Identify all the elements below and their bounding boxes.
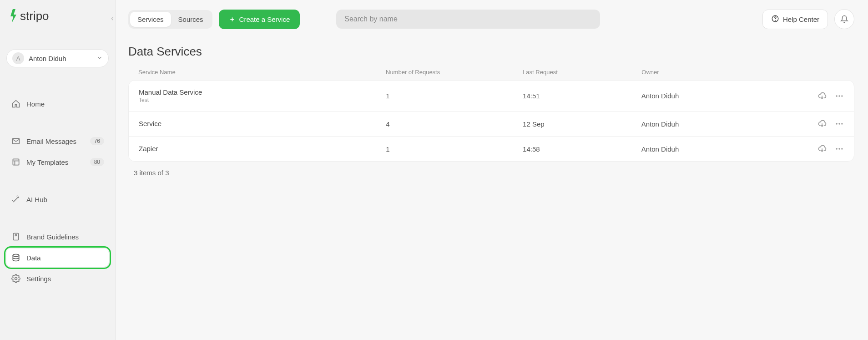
svg-point-9 bbox=[775, 20, 776, 20]
service-name-cell: Manual Data Service Test bbox=[139, 88, 358, 103]
count-badge: 80 bbox=[90, 158, 104, 166]
svg-point-13 bbox=[836, 123, 838, 124]
plus-icon: ＋ bbox=[229, 15, 236, 24]
svg-point-6 bbox=[13, 254, 19, 257]
tab-services[interactable]: Services bbox=[130, 12, 171, 27]
col-header-name: Service Name bbox=[138, 69, 358, 76]
col-header-last: Last Request bbox=[500, 69, 641, 76]
row-actions bbox=[798, 144, 844, 153]
workspace-name: Anton Diduh bbox=[29, 55, 96, 62]
brand-text: stripo bbox=[20, 9, 49, 23]
table-body: Manual Data Service Test 1 14:51 Anton D… bbox=[128, 80, 854, 162]
svg-point-14 bbox=[838, 123, 840, 124]
app-root: stripo A Anton Diduh Home Email Messages… bbox=[0, 0, 868, 340]
table-row[interactable]: Zapier 1 14:58 Anton Diduh bbox=[129, 137, 854, 161]
sidebar-item-label: Settings bbox=[26, 275, 51, 283]
table-header-row: Service Name Number of Requests Last Req… bbox=[128, 64, 854, 80]
service-subtitle: Test bbox=[139, 97, 358, 103]
owner-cell: Anton Diduh bbox=[641, 92, 798, 100]
gear-icon bbox=[11, 274, 21, 283]
stripo-logo-icon: stripo bbox=[9, 8, 64, 24]
mail-icon bbox=[11, 137, 21, 146]
more-icon[interactable] bbox=[835, 144, 844, 153]
last-request-cell: 14:51 bbox=[500, 92, 641, 100]
service-name: Service bbox=[139, 120, 358, 127]
sidebar-item-settings[interactable]: Settings bbox=[6, 269, 109, 288]
svg-rect-1 bbox=[13, 159, 19, 165]
nav-group-tools: AI Hub bbox=[6, 190, 109, 211]
sidebar-collapse-button[interactable] bbox=[109, 15, 116, 23]
help-icon bbox=[771, 15, 779, 24]
sidebar-item-brand-guidelines[interactable]: Brand Guidelines bbox=[6, 228, 109, 246]
main-content: Services Sources ＋ Create a Service Help… bbox=[116, 0, 868, 340]
search-input[interactable] bbox=[336, 10, 600, 29]
last-request-cell: 12 Sep bbox=[500, 120, 641, 128]
nav-group-settings: Brand Guidelines Data Settings bbox=[6, 228, 109, 290]
service-name-cell: Service bbox=[139, 120, 358, 128]
svg-point-10 bbox=[836, 95, 838, 96]
sidebar-item-data[interactable]: Data bbox=[6, 249, 109, 267]
palette-icon bbox=[11, 232, 21, 241]
col-header-owner: Owner bbox=[641, 69, 799, 76]
bell-icon bbox=[840, 15, 848, 23]
sidebar: stripo A Anton Diduh Home Email Messages… bbox=[0, 0, 116, 340]
chevron-down-icon bbox=[96, 55, 103, 62]
row-actions bbox=[798, 119, 844, 128]
download-icon[interactable] bbox=[818, 144, 827, 153]
create-button-label: Create a Service bbox=[239, 15, 290, 23]
sidebar-item-label: Email Messages bbox=[26, 137, 76, 145]
help-label: Help Center bbox=[783, 15, 819, 23]
view-toggle: Services Sources bbox=[128, 10, 212, 29]
svg-point-11 bbox=[838, 95, 840, 96]
row-actions bbox=[798, 91, 844, 101]
avatar: A bbox=[12, 52, 24, 64]
magic-wand-icon bbox=[11, 195, 21, 204]
svg-point-7 bbox=[15, 278, 17, 280]
svg-point-15 bbox=[841, 123, 843, 124]
requests-cell: 1 bbox=[358, 145, 500, 153]
templates-icon bbox=[11, 157, 21, 167]
home-icon bbox=[11, 99, 21, 108]
create-service-button[interactable]: ＋ Create a Service bbox=[219, 10, 300, 29]
topbar: Services Sources ＋ Create a Service Help… bbox=[128, 9, 854, 29]
service-name-cell: Zapier bbox=[139, 145, 358, 153]
nav-group-content: Email Messages 76 My Templates 80 bbox=[6, 132, 109, 174]
requests-cell: 4 bbox=[358, 120, 500, 128]
brand-logo[interactable]: stripo bbox=[6, 8, 109, 24]
notifications-button[interactable] bbox=[834, 9, 854, 29]
table-row[interactable]: Manual Data Service Test 1 14:51 Anton D… bbox=[129, 81, 854, 112]
sidebar-item-label: AI Hub bbox=[26, 196, 47, 203]
service-name: Manual Data Service bbox=[139, 88, 358, 96]
download-icon[interactable] bbox=[818, 91, 827, 101]
svg-point-16 bbox=[836, 148, 838, 149]
chevron-left-icon bbox=[109, 15, 116, 22]
more-icon[interactable] bbox=[835, 119, 844, 128]
help-center-button[interactable]: Help Center bbox=[762, 10, 828, 29]
sidebar-item-label: My Templates bbox=[26, 158, 68, 166]
owner-cell: Anton Diduh bbox=[641, 120, 798, 128]
svg-point-17 bbox=[838, 148, 840, 149]
sidebar-item-my-templates[interactable]: My Templates 80 bbox=[6, 153, 109, 171]
database-icon bbox=[11, 253, 21, 262]
sidebar-item-ai-hub[interactable]: AI Hub bbox=[6, 190, 109, 208]
data-services-table: Service Name Number of Requests Last Req… bbox=[128, 64, 854, 177]
sidebar-item-label: Brand Guidelines bbox=[26, 233, 79, 241]
sidebar-item-label: Data bbox=[26, 254, 41, 262]
svg-point-5 bbox=[15, 234, 16, 236]
svg-point-18 bbox=[841, 148, 843, 149]
workspace-switcher[interactable]: A Anton Diduh bbox=[6, 49, 109, 67]
nav-group-main: Home bbox=[6, 95, 109, 116]
requests-cell: 1 bbox=[358, 92, 500, 100]
table-footer: 3 items of 3 bbox=[128, 162, 854, 177]
download-icon[interactable] bbox=[818, 119, 827, 128]
tab-sources[interactable]: Sources bbox=[171, 12, 211, 27]
count-badge: 76 bbox=[90, 137, 104, 145]
more-icon[interactable] bbox=[835, 91, 844, 101]
sidebar-item-home[interactable]: Home bbox=[6, 95, 109, 113]
svg-point-12 bbox=[841, 95, 843, 96]
table-row[interactable]: Service 4 12 Sep Anton Diduh bbox=[129, 112, 854, 137]
owner-cell: Anton Diduh bbox=[641, 145, 798, 153]
sidebar-item-label: Home bbox=[26, 100, 45, 108]
page-title: Data Services bbox=[128, 45, 854, 59]
sidebar-item-email-messages[interactable]: Email Messages 76 bbox=[6, 132, 109, 150]
